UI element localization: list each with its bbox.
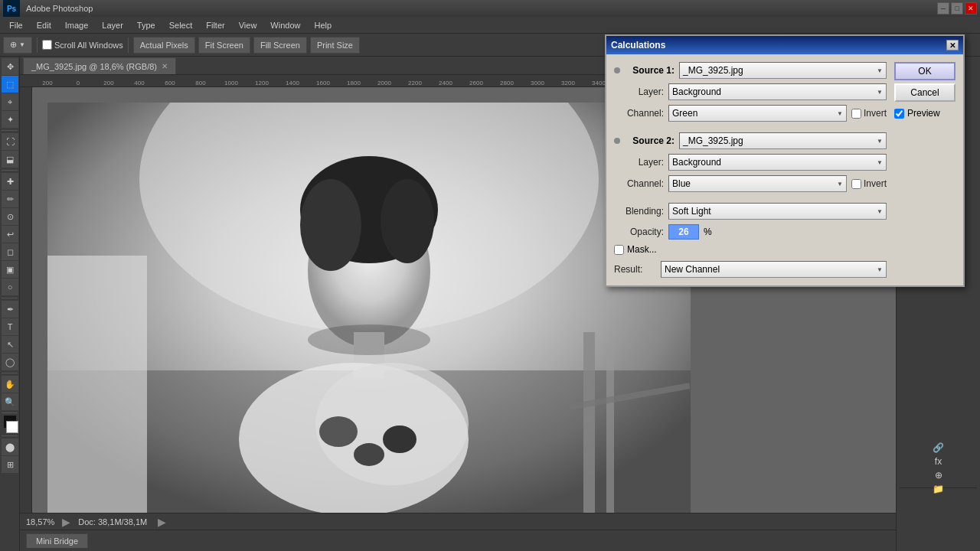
menu-help[interactable]: Help [308,19,338,31]
doc-info: Doc: 38,1M/38,1M [78,517,147,527]
scroll-all-windows-checkbox[interactable]: Scroll All Windows [42,40,123,50]
menu-filter[interactable]: Filter [200,19,230,31]
doc-tab-label: _MG_3925.jpg @ 18,6% (RGB/8) [31,62,157,71]
zoom-expand-btn[interactable]: ▶ [62,516,70,528]
scroll-all-windows-input[interactable] [42,40,52,50]
ruler-mark: 1200 [247,80,277,86]
magic-wand-tool[interactable]: ✦ [2,111,18,128]
ruler-mark: 2200 [400,80,430,86]
source2-invert-checkbox[interactable] [851,179,861,189]
brush-tool[interactable]: ✏ [2,191,18,207]
quick-mask-tool[interactable]: ⬤ [2,439,18,455]
blending-label: Blending: [614,206,664,217]
menu-select[interactable]: Select [163,19,199,31]
ruler-mark: 400 [124,80,155,86]
move-tool[interactable]: ✥ [2,58,18,75]
menu-layer[interactable]: Layer [96,19,129,31]
doc-tab-mg3925[interactable]: _MG_3925.jpg @ 18,6% (RGB/8) ✕ [23,57,176,74]
actual-pixels-button[interactable]: Actual Pixels [133,37,195,54]
text-tool[interactable]: T [2,318,18,335]
menu-edit[interactable]: Edit [31,19,57,31]
zoom-tool[interactable]: 🔍 [2,393,18,410]
cancel-button[interactable]: Cancel [894,83,956,102]
opacity-label: Opacity: [614,227,664,237]
background-color[interactable] [6,421,18,433]
fx-icon[interactable]: fx [930,456,947,467]
heal-tool[interactable]: ✚ [2,173,18,190]
menu-window[interactable]: Window [264,19,306,31]
tool-icon: ⊕ [10,40,17,50]
source1-file-arrow-icon: ▼ [877,67,883,74]
link-icon[interactable]: 🔗 [930,442,947,453]
marquee-tool[interactable]: ⬚ [2,76,18,93]
source2-file-arrow-icon: ▼ [877,138,883,145]
eraser-tool[interactable]: ◻ [2,243,18,260]
dialog-close-button[interactable]: ✕ [946,40,959,51]
folder-icon[interactable]: 📁 [930,484,947,494]
mini-bridge-tab[interactable]: Mini Bridge [26,533,88,548]
opacity-percent: % [704,227,712,237]
lasso-tool[interactable]: ⌖ [2,93,18,110]
hand-tool[interactable]: ✋ [2,376,18,393]
svg-rect-14 [606,347,614,513]
doc-info-expand-btn[interactable]: ▶ [158,516,166,528]
calculations-dialog[interactable]: Calculations ✕ Source 1: _MG_3925.jpg ▼ … [605,34,965,287]
clone-tool[interactable]: ⊙ [2,208,18,225]
gradient-tool[interactable]: ▣ [2,261,18,278]
section-divider-3 [614,255,887,261]
dialog-titlebar: Calculations ✕ [606,36,963,54]
fill-screen-button[interactable]: Fill Screen [253,37,307,54]
path-selection-tool[interactable]: ↖ [2,336,18,353]
source2-dot [614,138,620,144]
eyedropper-tool[interactable]: ⬓ [2,151,18,168]
fit-screen-button[interactable]: Fit Screen [198,37,250,54]
menu-view[interactable]: View [233,19,263,31]
dodge-tool[interactable]: ○ [2,279,18,295]
source1-channel-dropdown[interactable]: Green ▼ [668,105,847,122]
crop-tool[interactable]: ⛶ [2,133,18,150]
bottom-panel: Mini Bridge [20,530,896,551]
source1-invert-checkbox[interactable] [851,109,861,119]
history-brush-tool[interactable]: ↩ [2,226,18,243]
screen-mode-tool[interactable]: ⊞ [2,456,18,473]
source1-file-dropdown[interactable]: _MG_3925.jpg ▼ [679,62,887,79]
ok-button[interactable]: OK [894,62,956,80]
svg-point-11 [354,443,384,466]
source2-invert-label[interactable]: Invert [851,178,887,189]
ruler-mark: 3000 [522,80,553,86]
menu-image[interactable]: Image [59,19,95,31]
opacity-input[interactable]: 26 [668,224,699,240]
source2-channel-dropdown[interactable]: Blue ▼ [668,175,847,192]
source1-layer-value: Background [672,86,721,97]
scroll-all-windows-label: Scroll All Windows [54,41,123,50]
tool-options-btn[interactable]: ⊕ ▼ [3,37,32,54]
result-dropdown[interactable]: New Channel ▼ [661,261,887,278]
blending-mode-dropdown[interactable]: Soft Light ▼ [668,203,887,220]
pen-tool[interactable]: ✒ [2,301,18,318]
close-button[interactable]: ✕ [965,2,977,15]
mask-icon[interactable]: ⊕ [930,470,947,481]
mask-row[interactable]: Mask... [614,244,887,255]
maximize-button[interactable]: □ [951,2,963,15]
preview-label: Preview [907,108,940,119]
source2-layer-dropdown[interactable]: Background ▼ [668,154,887,171]
menu-type[interactable]: Type [131,19,162,31]
source1-label: Source 1: [625,65,675,76]
source2-layer-label: Layer: [614,157,664,168]
ok-label: OK [918,66,931,77]
menu-file[interactable]: File [3,19,29,31]
source1-layer-arrow-icon: ▼ [877,89,883,96]
result-row: Result: New Channel ▼ [614,261,887,278]
tools-panel: ✥ ⬚ ⌖ ✦ ⛶ ⬓ ✚ ✏ ⊙ ↩ ◻ ▣ ○ ✒ T ↖ ◯ ✋ 🔍 [0,57,20,551]
mask-checkbox[interactable] [614,245,624,255]
shape-tool[interactable]: ◯ [2,354,18,370]
print-size-button[interactable]: Print Size [310,37,360,54]
source1-invert-label[interactable]: Invert [851,108,887,119]
source1-layer-dropdown[interactable]: Background ▼ [668,83,887,100]
doc-tab-close[interactable]: ✕ [162,62,168,70]
zoom-level: 18,57% [26,517,54,527]
title-bar-controls: ─ □ ✕ [937,2,977,15]
minimize-button[interactable]: ─ [937,2,949,15]
preview-checkbox[interactable] [894,109,904,119]
source2-file-dropdown[interactable]: _MG_3925.jpg ▼ [679,132,887,149]
